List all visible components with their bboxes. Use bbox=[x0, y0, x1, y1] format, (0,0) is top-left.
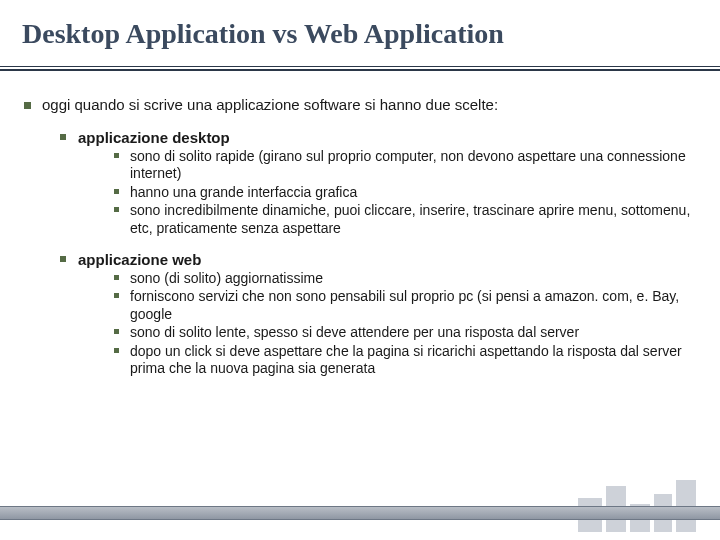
square-bullet-icon bbox=[60, 256, 66, 262]
square-bullet-icon bbox=[114, 329, 119, 334]
item-text: sono incredibilmente dinamiche, puoi cli… bbox=[130, 202, 690, 236]
slide-title: Desktop Application vs Web Application bbox=[22, 18, 504, 50]
square-bullet-icon bbox=[114, 153, 119, 158]
list-item: sono di solito rapide (girano sul propri… bbox=[78, 148, 696, 183]
section-heading-text: applicazione desktop bbox=[78, 129, 230, 146]
intro-text: oggi quando si scrive una applicazione s… bbox=[42, 96, 498, 113]
slide-content: oggi quando si scrive una applicazione s… bbox=[22, 96, 696, 394]
square-bullet-icon bbox=[114, 207, 119, 212]
title-underline bbox=[0, 66, 720, 71]
item-text: hanno una grande interfaccia grafica bbox=[130, 184, 357, 200]
list-item: sono incredibilmente dinamiche, puoi cli… bbox=[78, 202, 696, 237]
section-heading-web: applicazione web sono (di solito) aggior… bbox=[42, 251, 696, 378]
list-item: forniscono servizi che non sono pensabil… bbox=[78, 288, 696, 323]
footer-decoration bbox=[578, 476, 698, 532]
footer-bar bbox=[0, 506, 720, 520]
square-bullet-icon bbox=[114, 293, 119, 298]
square-bullet-icon bbox=[114, 275, 119, 280]
item-text: forniscono servizi che non sono pensabil… bbox=[130, 288, 679, 322]
list-item: sono di solito lente, spesso si deve att… bbox=[78, 324, 696, 342]
section-heading-text: applicazione web bbox=[78, 251, 201, 268]
square-bullet-icon bbox=[114, 348, 119, 353]
square-bullet-icon bbox=[60, 134, 66, 140]
list-item: dopo un click si deve aspettare che la p… bbox=[78, 343, 696, 378]
square-bullet-icon bbox=[114, 189, 119, 194]
item-text: sono (di solito) aggiornatissime bbox=[130, 270, 323, 286]
section-heading-desktop: applicazione desktop sono di solito rapi… bbox=[42, 129, 696, 237]
slide: Desktop Application vs Web Application o… bbox=[0, 0, 720, 540]
item-text: dopo un click si deve aspettare che la p… bbox=[130, 343, 682, 377]
list-item: sono (di solito) aggiornatissime bbox=[78, 270, 696, 288]
square-bullet-icon bbox=[24, 102, 31, 109]
list-item: hanno una grande interfaccia grafica bbox=[78, 184, 696, 202]
item-text: sono di solito rapide (girano sul propri… bbox=[130, 148, 686, 182]
item-text: sono di solito lente, spesso si deve att… bbox=[130, 324, 579, 340]
intro-item: oggi quando si scrive una applicazione s… bbox=[22, 96, 696, 378]
